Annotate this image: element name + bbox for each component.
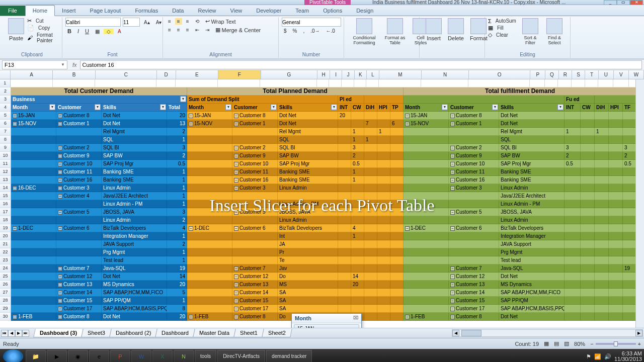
filter-dropdown[interactable]: ▼ xyxy=(225,104,231,110)
align-mid[interactable]: ≡ xyxy=(175,18,182,25)
sort-filter-button[interactable]: Sort & Filter xyxy=(518,17,542,46)
sheet-tab[interactable]: Dashboard xyxy=(155,329,195,337)
col-header-F[interactable]: F xyxy=(218,70,261,79)
row-header[interactable]: 24 xyxy=(0,264,11,273)
col-header-R[interactable]: R xyxy=(559,70,572,79)
taskbar-task[interactable]: tools xyxy=(195,350,216,362)
vertical-scrollbar[interactable] xyxy=(635,79,644,328)
col-header-D[interactable]: D xyxy=(157,70,176,79)
sheet-nav-next[interactable]: ▶ xyxy=(15,330,22,337)
inc-decimal[interactable]: .0→ xyxy=(308,28,321,34)
currency-button[interactable]: $ xyxy=(282,28,289,34)
font-color-button[interactable]: A xyxy=(116,28,123,35)
tray-network-icon[interactable]: 📶 xyxy=(594,353,601,360)
format-painter-button[interactable]: Format Painter xyxy=(35,32,59,44)
row-header[interactable]: 2 xyxy=(0,87,11,96)
col-header-V[interactable]: V xyxy=(614,70,629,79)
slicer-item[interactable]: 15-JAN xyxy=(294,324,359,328)
view-normal-button[interactable]: ▦ xyxy=(544,340,549,347)
font-size-select[interactable] xyxy=(123,18,140,27)
close-button[interactable]: ✕ xyxy=(630,0,643,5)
indent-dec[interactable]: ⇤ xyxy=(193,27,201,33)
filter-dropdown[interactable]: ▼ xyxy=(492,104,498,110)
taskbar-task[interactable]: demand tracker xyxy=(266,350,312,362)
shrink-font-button[interactable]: A▾ xyxy=(154,19,164,26)
indent-inc[interactable]: ⇥ xyxy=(203,27,211,33)
row-header[interactable]: 11 xyxy=(0,160,11,168)
col-header-W[interactable]: W xyxy=(629,70,644,79)
row-header[interactable]: 8 xyxy=(0,136,11,144)
powerpoint-icon[interactable]: P xyxy=(110,350,130,362)
row-header[interactable]: 1 xyxy=(0,79,11,87)
row-header[interactable]: 9 xyxy=(0,144,11,152)
col-header-N[interactable]: N xyxy=(422,70,469,79)
format-as-table-button[interactable]: Format as Table xyxy=(381,17,409,58)
restore-button[interactable]: ▭ xyxy=(617,0,630,5)
insert-cells-button[interactable]: Insert xyxy=(423,17,445,58)
col-header-A[interactable]: A xyxy=(11,70,53,79)
col-header-L[interactable]: L xyxy=(367,70,379,79)
ribbon-tab-review[interactable]: Review xyxy=(191,6,223,16)
filter-dropdown[interactable]: ▼ xyxy=(271,104,277,110)
taskbar-task[interactable]: DirecTV-Artfacts xyxy=(217,350,265,362)
sheet-nav-first[interactable]: ⏮ xyxy=(1,330,8,337)
conditional-formatting-button[interactable]: Conditional Formatting xyxy=(347,17,381,58)
bold-button[interactable]: B xyxy=(65,28,73,35)
sheet-tab[interactable]: Master Data xyxy=(193,329,236,337)
col-header-Q[interactable]: Q xyxy=(545,70,558,79)
view-layout-button[interactable]: ▤ xyxy=(554,340,559,347)
row-header[interactable]: 27 xyxy=(0,289,11,297)
horizontal-scrollbar[interactable]: ◀▶ xyxy=(452,329,643,337)
filter-dropdown[interactable]: ▼ xyxy=(95,104,101,110)
col-header-B[interactable]: B xyxy=(53,70,96,79)
start-button[interactable] xyxy=(3,349,23,362)
row-header[interactable]: 21 xyxy=(0,240,11,248)
merge-center-button[interactable]: ▦ Merge & Center xyxy=(213,26,263,34)
col-header-C[interactable]: C xyxy=(96,70,157,79)
row-header[interactable]: 7 xyxy=(0,128,11,136)
col-header-P[interactable]: P xyxy=(530,70,545,79)
find-select-button[interactable]: Find & Select xyxy=(542,17,567,46)
slicer-month[interactable]: Month⌧ 15-JAN15-NOV16-DEC1-DEC1-FEB1-JAN xyxy=(291,313,362,328)
taskbar-clock[interactable]: 6:33 AM11/30/2013 xyxy=(614,351,642,362)
row-header[interactable]: 30 xyxy=(0,313,11,321)
filter-dropdown[interactable]: ▼ xyxy=(180,96,186,102)
col-header-M[interactable]: M xyxy=(379,70,422,79)
align-right[interactable]: ≡ xyxy=(184,27,191,33)
slicer-clear-icon[interactable]: ⌧ xyxy=(353,315,358,321)
col-header-S[interactable]: S xyxy=(572,70,585,79)
italic-button[interactable]: I xyxy=(75,28,81,35)
row-header[interactable]: 4 xyxy=(0,104,11,112)
row-header[interactable]: 23 xyxy=(0,256,11,264)
worksheet-grid[interactable]: ABCDEFGHIJKLMNOPQRSTUVW 12Total Customer… xyxy=(0,70,644,328)
underline-button[interactable]: U xyxy=(83,28,91,35)
system-tray[interactable]: ⚑ 📶 🔊 6:33 AM11/30/2013 xyxy=(586,351,642,362)
tray-flag-icon[interactable]: ⚑ xyxy=(586,353,591,360)
sheet-tab[interactable]: Sheet3 xyxy=(81,329,111,337)
word-icon[interactable]: W xyxy=(131,350,151,362)
ribbon-tab-file[interactable]: File xyxy=(0,6,25,16)
align-top[interactable]: ≡ xyxy=(166,18,173,25)
align-center[interactable]: ≡ xyxy=(175,27,182,33)
fx-icon[interactable]: fx xyxy=(72,62,77,68)
cut-button[interactable]: Cut xyxy=(34,18,46,24)
row-header[interactable]: 29 xyxy=(0,305,11,313)
filter-dropdown[interactable]: ▼ xyxy=(331,104,337,110)
view-pagebreak-button[interactable]: ▧ xyxy=(564,340,569,347)
zoom-slider[interactable]: −+ xyxy=(590,341,641,347)
sheet-nav-prev[interactable]: ◀ xyxy=(8,330,15,337)
row-header[interactable]: 5 xyxy=(0,112,11,120)
row-header[interactable]: 12 xyxy=(0,168,11,176)
row-header[interactable]: 17 xyxy=(0,208,11,216)
dec-decimal[interactable]: ←.0 xyxy=(324,28,337,34)
border-button[interactable]: ▦ xyxy=(93,28,102,35)
grow-font-button[interactable]: A▴ xyxy=(142,19,152,26)
row-header[interactable]: 14 xyxy=(0,184,11,192)
row-header[interactable]: 16 xyxy=(0,200,11,208)
name-box[interactable]: F13▼ xyxy=(2,60,67,69)
align-bot[interactable]: ≡ xyxy=(184,18,191,25)
percent-button[interactable]: % xyxy=(291,28,299,34)
fill-button[interactable]: Fill xyxy=(495,25,506,31)
col-header-H[interactable]: H xyxy=(317,70,330,79)
orientation-button[interactable]: ⟲ xyxy=(193,18,201,25)
